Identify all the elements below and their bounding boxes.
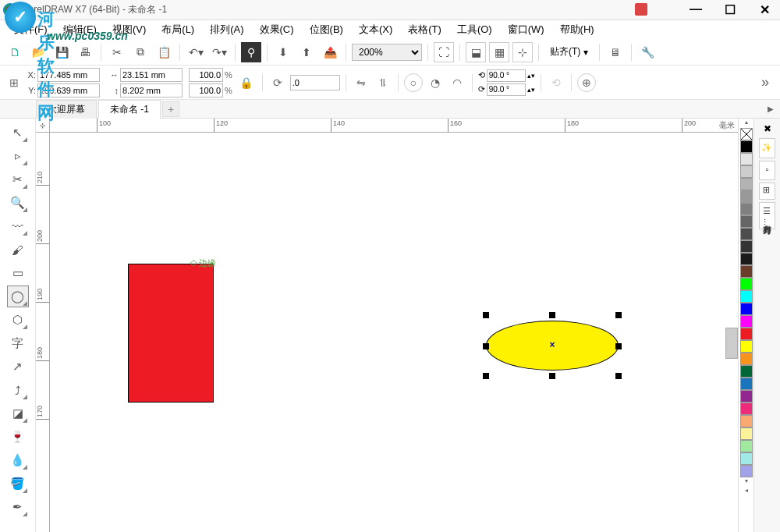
launcher-icon[interactable]: 🔧 — [637, 42, 658, 62]
color-swatch[interactable] — [740, 340, 753, 353]
menu-window[interactable]: 窗口(W) — [502, 21, 551, 38]
docker-expand-icon[interactable]: ✖ — [760, 122, 775, 136]
color-swatch[interactable] — [740, 190, 753, 203]
menu-help[interactable]: 帮助(H) — [554, 21, 601, 38]
end-angle-input[interactable] — [487, 83, 526, 96]
lock-ratio-icon[interactable]: 🔒 — [236, 76, 257, 89]
menu-effects[interactable]: 效果(C) — [254, 21, 300, 38]
color-swatch[interactable] — [740, 278, 753, 290]
fill-tool[interactable]: 🪣 — [7, 473, 29, 495]
color-swatch[interactable] — [740, 165, 753, 178]
color-swatch[interactable] — [740, 140, 753, 153]
docker-hints[interactable]: ✨提示 — [759, 138, 775, 158]
selection-handle[interactable] — [483, 312, 489, 318]
color-swatch[interactable] — [740, 427, 753, 440]
more-options-icon[interactable]: » — [755, 74, 775, 90]
options-icon[interactable]: 🖥 — [605, 42, 626, 62]
paste-icon[interactable]: 📋 — [154, 42, 174, 62]
tab-overflow-icon[interactable]: ▶ — [768, 105, 774, 113]
menu-arrange[interactable]: 排列(A) — [204, 21, 250, 38]
color-swatch[interactable] — [740, 452, 753, 465]
selection-handle[interactable] — [549, 373, 555, 379]
open-icon[interactable]: 📂 — [28, 42, 48, 62]
vertical-ruler[interactable]: 210 200 190 180 170 — [36, 133, 50, 532]
color-swatch[interactable] — [740, 265, 753, 278]
ellipse-shape-icon[interactable]: ○ — [404, 73, 423, 92]
menu-layout[interactable]: 布局(L) — [155, 21, 200, 38]
color-swatch[interactable] — [740, 253, 753, 265]
cut-icon[interactable]: ✂ — [107, 42, 127, 62]
color-swatch[interactable] — [740, 315, 753, 328]
menu-bitmap[interactable]: 位图(B) — [303, 21, 349, 38]
undo-icon[interactable]: ↶▾ — [186, 42, 206, 62]
show-grid-icon[interactable]: ▦ — [489, 42, 509, 62]
zoom-tool[interactable]: 🔍 — [7, 192, 29, 214]
color-swatch[interactable] — [740, 290, 753, 303]
ruler-origin[interactable]: ⊹ — [36, 119, 50, 133]
color-swatch[interactable] — [740, 465, 753, 477]
publish-icon[interactable]: 📤 — [320, 42, 340, 62]
close-button[interactable]: ✕ — [755, 2, 774, 17]
pie-shape-icon[interactable]: ◔ — [426, 73, 445, 92]
angle-spinner[interactable]: ▴▾ — [527, 72, 535, 80]
start-angle-input[interactable] — [487, 69, 526, 82]
color-swatch[interactable] — [740, 203, 753, 215]
y-position-input[interactable] — [37, 83, 100, 98]
selection-handle[interactable] — [483, 373, 489, 379]
artistic-media-tool[interactable]: 🖌 — [7, 239, 29, 261]
shape-tool[interactable]: ▹ — [7, 145, 29, 167]
minimize-button[interactable]: — — [686, 2, 705, 17]
color-swatch[interactable] — [740, 403, 753, 415]
selection-center-icon[interactable]: × — [548, 341, 556, 349]
selection-handle[interactable] — [483, 343, 489, 349]
selection-handle[interactable] — [615, 343, 622, 349]
color-swatch[interactable] — [740, 390, 753, 403]
print-icon[interactable]: 🖶 — [75, 42, 95, 62]
crop-tool[interactable]: ✂ — [7, 168, 29, 190]
menu-edit[interactable]: 编辑(E) — [57, 21, 103, 38]
color-swatch[interactable] — [740, 353, 753, 365]
menu-file[interactable]: 文件(F) — [8, 21, 54, 38]
arc-shape-icon[interactable]: ◠ — [448, 73, 466, 92]
palette-up-icon[interactable]: ▴ — [745, 119, 748, 128]
selection-handle[interactable] — [615, 312, 622, 318]
user-account-icon[interactable] — [635, 3, 647, 16]
direction-icon[interactable]: ⟲ — [547, 73, 566, 92]
height-input[interactable] — [120, 83, 183, 98]
parallel-dimension-tool[interactable]: ↗ — [7, 356, 29, 378]
width-input[interactable] — [120, 68, 183, 82]
docker-align-distribute[interactable]: ☰对齐与分布... — [759, 202, 775, 229]
color-swatch[interactable] — [740, 240, 753, 253]
menu-table[interactable]: 表格(T) — [402, 21, 448, 38]
polygon-tool[interactable]: ⬡ — [7, 309, 29, 331]
docker-object-properties[interactable]: ▫对象属性 — [759, 161, 775, 180]
scale-x-input[interactable] — [189, 68, 223, 82]
color-swatch[interactable] — [740, 328, 753, 340]
show-guides-icon[interactable]: ⊹ — [512, 42, 533, 62]
palette-expand-icon[interactable]: ◂ — [745, 487, 748, 496]
zoom-level-select[interactable]: 200% — [352, 44, 422, 61]
selection-handle[interactable] — [549, 312, 555, 318]
drawing-canvas[interactable]: ◇边缘 × — [50, 133, 738, 532]
redo-icon[interactable]: ↷▾ — [209, 42, 229, 62]
pick-tool[interactable]: ↖ — [7, 122, 29, 144]
show-rulers-icon[interactable]: ⬓ — [466, 42, 486, 62]
transparency-tool[interactable]: 🍷 — [7, 426, 29, 448]
rotation-input[interactable] — [290, 75, 340, 90]
outline-tool[interactable]: ✒ — [7, 496, 29, 518]
connector-tool[interactable]: ⤴ — [7, 379, 29, 401]
tab-document-1[interactable]: 未命名 -1 — [98, 100, 161, 119]
text-tool[interactable]: 字 — [7, 332, 29, 354]
copy-icon[interactable]: ⧉ — [130, 42, 151, 62]
selection-handle[interactable] — [615, 373, 622, 379]
eyedropper-tool[interactable]: 💧 — [7, 449, 29, 471]
color-swatch[interactable] — [740, 365, 753, 378]
horizontal-ruler[interactable]: 100 120 140 160 180 200 毫米 — [50, 119, 738, 133]
mirror-h-icon[interactable]: ⇋ — [352, 73, 370, 92]
red-rectangle-shape[interactable] — [128, 264, 214, 403]
no-color-swatch[interactable] — [740, 128, 753, 140]
menu-tools[interactable]: 工具(O) — [451, 21, 498, 38]
convert-icon[interactable]: ⊕ — [577, 73, 596, 92]
ellipse-tool[interactable]: ◯ — [7, 286, 29, 307]
export-icon[interactable]: ⬆ — [296, 42, 317, 62]
